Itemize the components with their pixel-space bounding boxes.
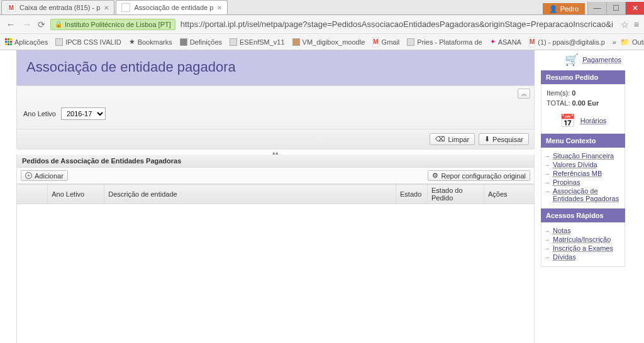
bookmark-label: ESEnfSM_v11: [240, 38, 285, 46]
quick-link[interactable]: Inscrição a Exames: [553, 244, 613, 252]
context-link[interactable]: Propinas: [553, 178, 580, 186]
arrow-icon: →: [544, 187, 550, 202]
list-item: →Dívidas: [544, 253, 621, 261]
reload-button[interactable]: ⟳: [38, 19, 45, 30]
split-handle[interactable]: ▴▴: [16, 150, 535, 155]
bookmark-label: Pries - Plataforma de: [417, 38, 482, 46]
quick-link[interactable]: Notas: [553, 227, 571, 234]
user-icon: 👤: [549, 5, 558, 13]
col-header[interactable]: Descrição de entidade: [104, 185, 396, 204]
col-header[interactable]: Ano Letivo: [48, 185, 104, 204]
arrow-icon: →: [544, 253, 550, 261]
list-item: →Referências MB: [544, 169, 621, 178]
forward-button[interactable]: →: [21, 19, 33, 30]
chrome-menu-icon[interactable]: ≡: [634, 19, 639, 30]
context-link[interactable]: Associação de Entidades Pagadoras: [553, 187, 621, 202]
quick-link[interactable]: Dívidas: [553, 253, 576, 261]
window-minimize-button[interactable]: —: [587, 2, 606, 14]
window-close-button[interactable]: ✕: [625, 2, 644, 14]
back-button[interactable]: ←: [5, 19, 16, 30]
origin-label: Instituto Politécnico de Lisboa [PT]: [65, 21, 171, 28]
col-header[interactable]: Estado: [396, 185, 428, 204]
bookmark-label: Gmail: [382, 38, 400, 46]
cart-icon: 🛒: [565, 53, 579, 67]
table-toolbar: + Adicionar ⚙ Repor configuração origina…: [16, 168, 535, 184]
browser-tab-strip: M Caixa de entrada (815) - p ✕ Associaçã…: [0, 0, 644, 15]
col-header[interactable]: Ações: [484, 185, 535, 204]
list-item: →Valores Dívida: [544, 160, 621, 169]
acessos-rapidos-header: Acessos Rápidos: [541, 209, 625, 222]
limpar-button[interactable]: ⌫ Limpar: [430, 133, 475, 145]
chevron-up-icon: ︽: [521, 90, 527, 98]
menu-contexto-list: →Situação Financeira →Valores Dívida →Re…: [541, 148, 625, 209]
address-bar-row: ← → ⟳ 🔒 Instituto Politécnico de Lisboa …: [0, 15, 644, 34]
arrow-icon: →: [544, 178, 550, 186]
bookmark-item[interactable]: ★Bookmarks: [129, 38, 172, 46]
arrow-icon: →: [544, 244, 550, 252]
table-empty-body: [16, 204, 535, 343]
bookmark-item[interactable]: VM_digibox_moodle: [292, 38, 365, 46]
bookmark-item[interactable]: ✦ASANA: [490, 38, 521, 46]
close-icon[interactable]: ✕: [217, 4, 222, 11]
filter-panel: ︽ Ano Letivo 2016-17 ⌫ Limpar ⬇ Pesquisa…: [16, 85, 535, 150]
address-input[interactable]: [180, 19, 613, 29]
context-link[interactable]: Situação Financeira: [553, 152, 614, 160]
apps-button[interactable]: Aplicações: [5, 38, 48, 46]
apps-label: Aplicações: [14, 38, 48, 46]
browser-tab[interactable]: M Caixa de entrada (815) - p ✕: [1, 0, 114, 14]
other-bookmarks[interactable]: 📁Outros marcadores: [620, 38, 644, 46]
list-item: →Matrícula/Inscrição: [544, 235, 621, 244]
gear-icon: ⚙: [432, 172, 438, 180]
button-label: Limpar: [448, 136, 469, 143]
calendar-icon: 📅: [560, 113, 575, 128]
favicon-icon: [292, 38, 300, 46]
total-value: 0.00 Eur: [572, 99, 599, 107]
pesquisar-button[interactable]: ⬇ Pesquisar: [479, 133, 529, 145]
list-item: →Situação Financeira: [544, 151, 621, 160]
bookmark-item[interactable]: Pries - Plataforma de: [407, 38, 482, 46]
col-header[interactable]: Estado do Pedido: [428, 185, 484, 204]
bookmark-item[interactable]: M(1) - ppais@digitalis.p: [529, 37, 605, 47]
lock-icon: 🔒: [55, 21, 62, 28]
bookmark-item[interactable]: MGmail: [372, 37, 399, 47]
bookmark-label: VM_digibox_moodle: [303, 38, 365, 46]
bookmark-item[interactable]: Definições: [180, 38, 222, 46]
user-name: Pedro: [560, 5, 579, 13]
bookmark-star-icon[interactable]: ☆: [621, 19, 629, 30]
collapse-button[interactable]: ︽: [518, 89, 530, 99]
page-icon: [121, 3, 130, 12]
context-link[interactable]: Referências MB: [553, 170, 602, 177]
bookmarks-overflow-icon[interactable]: »: [613, 38, 616, 46]
bookmark-label: (1) - ppais@digitalis.p: [538, 38, 605, 46]
window-maximize-button[interactable]: ☐: [606, 2, 625, 14]
bookmark-item[interactable]: IPCB CSS IVALID: [55, 38, 121, 46]
bookmark-label: ASANA: [498, 38, 521, 46]
items-label: Item(s):: [547, 89, 570, 97]
browser-tab-active[interactable]: Associação de entidade p ✕: [116, 0, 228, 14]
bookmark-label: IPCB CSS IVALID: [65, 38, 121, 46]
bookmark-label: Definições: [190, 38, 222, 46]
button-label: Pesquisar: [492, 136, 523, 143]
ano-letivo-select[interactable]: 2016-17: [61, 107, 106, 120]
favicon-icon: [180, 38, 187, 46]
asana-icon: ✦: [490, 38, 496, 46]
add-button[interactable]: + Adicionar: [21, 170, 68, 181]
acessos-rapidos-list: →Notas →Matrícula/Inscrição →Inscrição a…: [541, 222, 625, 267]
favicon-icon: [55, 38, 63, 46]
user-badge[interactable]: 👤 Pedro: [543, 3, 585, 14]
resumo-panel-body: Item(s): 0 TOTAL: 0.00 Eur 📅 Horários: [541, 84, 625, 134]
apps-icon: [5, 38, 12, 45]
select-col[interactable]: [17, 185, 48, 204]
ano-letivo-label: Ano Letivo: [23, 110, 56, 117]
pagamentos-link[interactable]: Pagamentos: [582, 56, 621, 63]
reset-config-button[interactable]: ⚙ Repor configuração original: [428, 170, 530, 181]
favicon-icon: [230, 38, 237, 46]
quick-link[interactable]: Matrícula/Inscrição: [553, 236, 611, 243]
bookmark-item[interactable]: ESEnfSM_v11: [230, 38, 285, 46]
arrow-icon: →: [544, 227, 550, 234]
horarios-link[interactable]: Horários: [580, 117, 607, 124]
total-label: TOTAL:: [547, 99, 570, 107]
context-link[interactable]: Valores Dívida: [553, 161, 597, 168]
origin-chip[interactable]: 🔒 Instituto Politécnico de Lisboa [PT]: [50, 19, 175, 30]
close-icon[interactable]: ✕: [104, 4, 109, 11]
